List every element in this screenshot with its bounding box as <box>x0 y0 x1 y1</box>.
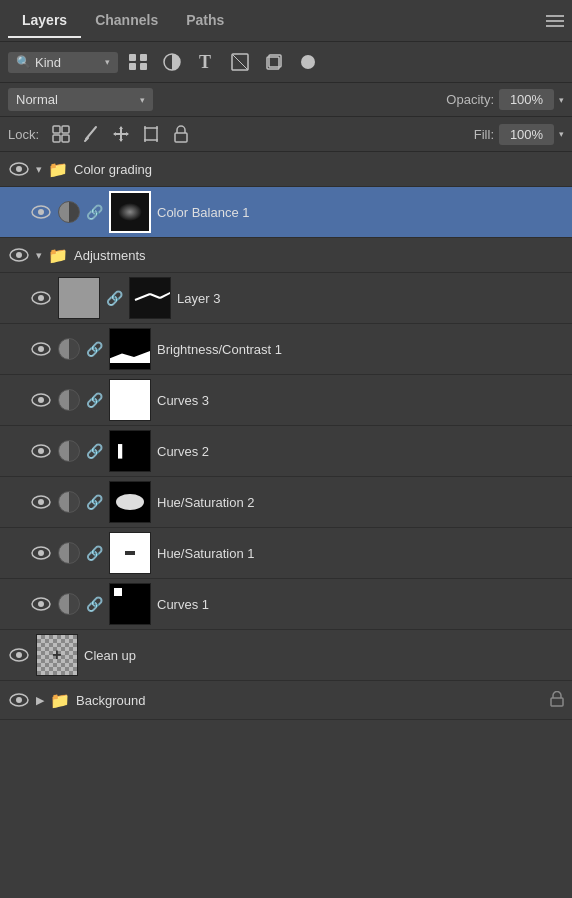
visibility-background[interactable] <box>8 689 30 711</box>
adjustment-icon-curves3 <box>58 389 80 411</box>
type-filter-icon[interactable]: T <box>192 48 220 76</box>
layer-layer3[interactable]: 🔗 Layer 3 <box>0 273 572 324</box>
visibility-bc1[interactable] <box>30 338 52 360</box>
shape-filter-icon[interactable] <box>226 48 254 76</box>
opacity-section: Opacity: 100% ▾ <box>446 89 564 110</box>
svg-rect-57 <box>551 698 563 706</box>
layer-name-cleanup: Clean up <box>84 648 564 663</box>
layer-name-curves1: Curves 1 <box>157 597 564 612</box>
svg-point-42 <box>38 346 44 352</box>
kind-label: Kind <box>35 55 61 70</box>
blend-mode-arrow: ▾ <box>140 95 145 105</box>
search-icon: 🔍 <box>16 55 31 69</box>
fill-arrow[interactable]: ▾ <box>559 129 564 139</box>
blend-mode-dropdown[interactable]: Normal ▾ <box>8 88 153 111</box>
svg-marker-19 <box>119 126 123 129</box>
expand-background[interactable]: ▶ <box>36 694 44 707</box>
lock-all-icon[interactable] <box>169 122 193 146</box>
layer-curves-2[interactable]: 🔗 Curves 2 <box>0 426 572 477</box>
layer-huesat-1[interactable]: 🔗 Hue/Saturation 1 <box>0 528 572 579</box>
tab-layers[interactable]: Layers <box>8 4 81 38</box>
panel-menu-icon[interactable] <box>546 15 564 27</box>
layer-curves-1[interactable]: 🔗 Curves 1 <box>0 579 572 630</box>
kind-arrow: ▾ <box>105 57 110 67</box>
lock-position-icon[interactable] <box>109 122 133 146</box>
thumb-curves3 <box>109 379 151 421</box>
fill-label: Fill: <box>474 127 494 142</box>
lock-image-icon[interactable] <box>79 122 103 146</box>
collapse-adjustments[interactable]: ▾ <box>36 249 42 262</box>
svg-point-36 <box>38 295 44 301</box>
group-adjustments[interactable]: ▾ 📁 Adjustments <box>0 238 572 273</box>
layer-huesat-2[interactable]: 🔗 Hue/Saturation 2 <box>0 477 572 528</box>
opacity-value[interactable]: 100% <box>499 89 554 110</box>
layer-brightness-contrast-1[interactable]: 🔗 Brightness/Contrast 1 <box>0 324 572 375</box>
svg-point-52 <box>38 601 44 607</box>
filter-toolbar: 🔍 Kind ▾ T <box>0 42 572 83</box>
group-color-grading-name: Color grading <box>74 162 152 177</box>
group-color-grading[interactable]: ▾ 📁 Color grading <box>0 152 572 187</box>
fill-section: Fill: 100% ▾ <box>474 124 564 145</box>
group-adjustments-name: Adjustments <box>74 248 146 263</box>
visibility-color-balance-1[interactable] <box>30 201 52 223</box>
link-icon-color-balance: 🔗 <box>86 204 103 220</box>
tab-paths[interactable]: Paths <box>172 4 238 38</box>
thumb-bc1 <box>109 328 151 370</box>
adjustment-icon-bc1 <box>58 338 80 360</box>
visibility-layer3[interactable] <box>30 287 52 309</box>
lock-pixels-icon[interactable] <box>49 122 73 146</box>
tab-channels[interactable]: Channels <box>81 4 172 38</box>
visibility-cleanup[interactable] <box>8 644 30 666</box>
layer-color-balance-1[interactable]: 🔗 Color Balance 1 <box>0 187 572 238</box>
folder-adjustments-icon: 📁 <box>48 246 68 265</box>
svg-point-50 <box>38 550 44 556</box>
header: Layers Channels Paths <box>0 0 572 42</box>
thumb-cleanup <box>36 634 78 676</box>
collapse-color-grading[interactable]: ▾ <box>36 163 42 176</box>
folder-background-icon: 📁 <box>50 691 70 710</box>
opacity-label: Opacity: <box>446 92 494 107</box>
layer-name-curves3: Curves 3 <box>157 393 564 408</box>
svg-rect-2 <box>129 63 136 70</box>
visibility-curves2[interactable] <box>30 440 52 462</box>
opacity-arrow[interactable]: ▾ <box>559 95 564 105</box>
layer-curves-3[interactable]: 🔗 Curves 3 <box>0 375 572 426</box>
kind-dropdown[interactable]: 🔍 Kind ▾ <box>8 52 118 73</box>
thumb-curves2 <box>109 430 151 472</box>
thumb-layer3 <box>58 277 100 319</box>
lock-row: Lock: <box>0 117 572 152</box>
link-icon-curves1: 🔗 <box>86 596 103 612</box>
thumb-color-balance-1 <box>109 191 151 233</box>
visibility-curves1[interactable] <box>30 593 52 615</box>
svg-line-7 <box>232 54 248 70</box>
thumb-curves1 <box>109 583 151 625</box>
adjustment-filter-icon[interactable] <box>158 48 186 76</box>
smart-filter-icon[interactable] <box>260 48 288 76</box>
layer-name-color-balance-1: Color Balance 1 <box>157 205 564 220</box>
visibility-adjustments[interactable] <box>8 244 30 266</box>
visibility-curves3[interactable] <box>30 389 52 411</box>
pixel-filter-icon[interactable] <box>124 48 152 76</box>
svg-point-56 <box>16 697 22 703</box>
visibility-huesat2[interactable] <box>30 491 52 513</box>
svg-text:T: T <box>199 52 211 72</box>
svg-point-48 <box>38 499 44 505</box>
svg-rect-14 <box>62 135 69 142</box>
link-icon-bc1: 🔗 <box>86 341 103 357</box>
svg-rect-28 <box>175 133 187 142</box>
lock-artboard-icon[interactable] <box>139 122 163 146</box>
fill-value[interactable]: 100% <box>499 124 554 145</box>
layer-background[interactable]: ▶ 📁 Background <box>0 681 572 720</box>
blend-mode-row: Normal ▾ Opacity: 100% ▾ <box>0 83 572 117</box>
extra-filter-icon[interactable] <box>294 48 322 76</box>
svg-point-10 <box>301 55 315 69</box>
adjustment-icon-huesat1 <box>58 542 80 564</box>
link-icon-huesat1: 🔗 <box>86 545 103 561</box>
visibility-color-grading[interactable] <box>8 158 30 180</box>
visibility-huesat1[interactable] <box>30 542 52 564</box>
svg-point-54 <box>16 652 22 658</box>
lock-label: Lock: <box>8 127 39 142</box>
layer-cleanup[interactable]: Clean up <box>0 630 572 681</box>
svg-rect-13 <box>53 135 60 142</box>
svg-rect-0 <box>129 54 136 61</box>
